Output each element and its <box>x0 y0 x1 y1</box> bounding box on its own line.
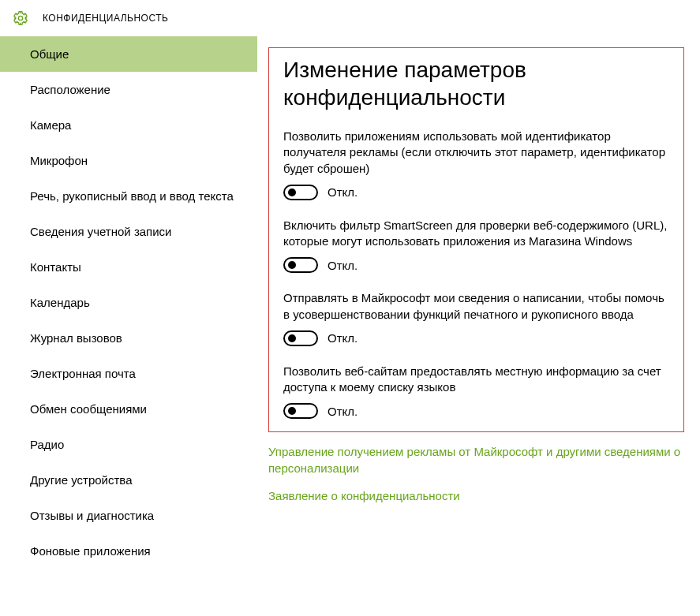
toggle-label: Откл. <box>328 185 357 199</box>
setting-language-list: Позволить веб-сайтам предоставлять местн… <box>283 364 669 420</box>
sidebar-item-location[interactable]: Расположение <box>0 72 257 107</box>
setting-desc: Позволить веб-сайтам предоставлять местн… <box>283 364 669 396</box>
toggle-advertising-id[interactable] <box>283 185 318 200</box>
link-privacy-statement[interactable]: Заявление о конфиденциальности <box>268 487 684 504</box>
toggle-label: Откл. <box>328 405 357 418</box>
sidebar-item-calendar[interactable]: Календарь <box>0 285 257 320</box>
toggle-language-list[interactable] <box>283 403 318 419</box>
link-ad-settings[interactable]: Управление получением рекламы от Майкрос… <box>268 443 684 476</box>
header: КОНФИДЕНЦИАЛЬНОСТЬ <box>0 0 700 36</box>
sidebar-item-camera[interactable]: Камера <box>0 107 257 143</box>
sidebar-item-feedback[interactable]: Отзывы и диагностика <box>0 498 257 533</box>
setting-smartscreen: Включить фильтр SmartScreen для проверки… <box>283 218 669 274</box>
sidebar-item-call-history[interactable]: Журнал вызовов <box>0 320 257 356</box>
sidebar-item-radio[interactable]: Радио <box>0 427 257 462</box>
sidebar-item-microphone[interactable]: Микрофон <box>0 143 257 178</box>
page-title: КОНФИДЕНЦИАЛЬНОСТЬ <box>43 13 168 24</box>
sidebar-item-messaging[interactable]: Обмен сообщениями <box>0 391 257 427</box>
setting-advertising-id: Позволить приложениям использовать мой и… <box>283 129 669 200</box>
sidebar-item-account-info[interactable]: Сведения учетной записи <box>0 214 257 249</box>
setting-desc: Включить фильтр SmartScreen для проверки… <box>283 218 669 250</box>
toggle-label: Откл. <box>328 331 357 345</box>
sidebar-item-email[interactable]: Электронная почта <box>0 356 257 391</box>
toggle-knob-icon <box>288 261 296 269</box>
sidebar: Общие Расположение Камера Микрофон Речь,… <box>0 36 257 616</box>
sidebar-item-general[interactable]: Общие <box>0 36 257 72</box>
toggle-knob-icon <box>288 334 296 342</box>
toggle-smartscreen[interactable] <box>283 257 318 273</box>
section-title: Изменение параметров конфиденциальности <box>283 56 669 111</box>
setting-desc: Отправлять в Майкрософт мои сведения о н… <box>283 290 669 323</box>
gear-icon <box>13 10 28 26</box>
sidebar-item-background-apps[interactable]: Фоновые приложения <box>0 533 257 569</box>
privacy-highlight-box: Изменение параметров конфиденциальности … <box>268 47 684 432</box>
main-panel: Изменение параметров конфиденциальности … <box>257 36 700 616</box>
setting-desc: Позволить приложениям использовать мой и… <box>283 129 669 177</box>
toggle-typing-data[interactable] <box>283 330 318 346</box>
toggle-knob-icon <box>288 407 296 415</box>
sidebar-item-other-devices[interactable]: Другие устройства <box>0 462 257 498</box>
toggle-knob-icon <box>288 189 296 196</box>
sidebar-item-contacts[interactable]: Контакты <box>0 249 257 285</box>
setting-typing-data: Отправлять в Майкрософт мои сведения о н… <box>283 290 669 346</box>
toggle-label: Откл. <box>328 259 357 272</box>
sidebar-item-speech-ink[interactable]: Речь, рукописный ввод и ввод текста <box>0 178 257 214</box>
